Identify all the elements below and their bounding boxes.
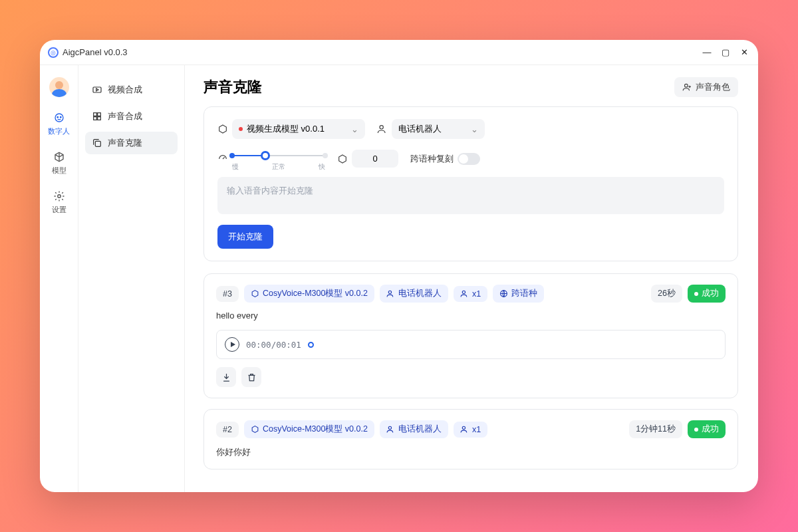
model-select-value: 视频生成模型 v0.0.1 <box>247 123 325 135</box>
svg-rect-6 <box>98 113 101 116</box>
chevron-down-icon: ⌄ <box>351 124 358 134</box>
close-button[interactable]: ✕ <box>739 47 749 57</box>
download-icon <box>221 372 231 382</box>
subnav-label: 声音克隆 <box>108 137 142 149</box>
voice-role-button[interactable]: 声音角色 <box>674 77 738 97</box>
svg-rect-8 <box>98 117 101 120</box>
nav-label: 数字人 <box>48 126 70 136</box>
cross-lang-label: 跨语种复刻 <box>410 153 454 165</box>
result-model-chip: CosyVoice-M300模型 v0.0.2 <box>244 420 374 438</box>
cube-icon <box>251 425 259 434</box>
head-button-label: 声音角色 <box>696 81 730 93</box>
nav-item-model[interactable]: 模型 <box>52 151 66 176</box>
cube-icon <box>337 154 348 164</box>
cube-icon <box>217 124 228 134</box>
video-icon <box>92 84 102 95</box>
page-header: 声音克隆 声音角色 <box>203 77 738 97</box>
person-icon <box>386 289 395 298</box>
svg-point-11 <box>380 126 383 129</box>
svg-point-0 <box>55 114 63 122</box>
result-extra-chip: 跨语种 <box>493 285 544 303</box>
svg-rect-4 <box>93 87 101 92</box>
seed-control <box>337 150 398 168</box>
subnav-video-synth[interactable]: 视频合成 <box>85 78 178 101</box>
result-voice-chip: 电话机器人 <box>380 285 448 303</box>
result-multiplier-chip: x1 <box>454 286 487 302</box>
result-model-chip: CosyVoice-M300模型 v0.0.2 <box>244 285 374 303</box>
player-time: 00:00/00:01 <box>246 340 301 350</box>
svg-point-2 <box>60 117 61 118</box>
play-button[interactable] <box>225 337 239 352</box>
nav-label: 设置 <box>52 205 66 215</box>
chevron-down-icon: ⌄ <box>471 124 478 134</box>
cross-lang-control: 跨语种复刻 <box>410 153 480 165</box>
subnav-label: 声音合成 <box>108 110 142 122</box>
svg-rect-9 <box>95 141 100 146</box>
result-id-chip: #3 <box>216 286 239 302</box>
window-controls: — ▢ ✕ <box>702 47 749 57</box>
delete-button[interactable] <box>241 367 261 387</box>
subnav-audio-synth[interactable]: 声音合成 <box>85 105 178 128</box>
svg-point-10 <box>685 84 688 87</box>
subnav-label: 视频合成 <box>108 84 142 96</box>
clone-icon <box>92 138 102 148</box>
person-plus-icon <box>682 82 692 92</box>
globe-icon <box>499 289 508 298</box>
user-avatar[interactable] <box>49 77 69 97</box>
titlebar: ◎ AigcPanel v0.0.3 — ▢ ✕ <box>40 40 758 65</box>
progress-handle[interactable] <box>308 342 314 348</box>
robot-icon <box>53 112 65 124</box>
result-text: 你好你好 <box>216 446 726 458</box>
cross-lang-toggle[interactable] <box>458 153 480 165</box>
nav-item-settings[interactable]: 设置 <box>52 190 66 215</box>
svg-point-12 <box>388 291 391 293</box>
subnav-voice-clone[interactable]: 声音克隆 <box>85 132 178 154</box>
cube-icon <box>251 289 259 298</box>
speed-control: 慢 正常 快 <box>217 150 325 168</box>
result-status-badge: 成功 <box>688 420 726 438</box>
minimize-button[interactable]: — <box>702 47 712 57</box>
nav-label: 模型 <box>52 166 66 176</box>
svg-point-15 <box>388 426 391 429</box>
nav-item-digital-human[interactable]: 数字人 <box>48 112 70 136</box>
result-voice-chip: 电话机器人 <box>380 420 448 438</box>
maximize-button[interactable]: ▢ <box>721 47 730 57</box>
audio-player: 00:00/00:01 <box>216 330 726 359</box>
app-logo-icon: ◎ <box>48 47 59 58</box>
app-window: ◎ AigcPanel v0.0.3 — ▢ ✕ 数字人 模型 设置 <box>40 40 758 492</box>
person-icon <box>460 289 469 298</box>
app-title: AigcPanel v0.0.3 <box>63 47 128 57</box>
svg-rect-7 <box>94 117 97 120</box>
model-select-control: 视频生成模型 v0.0.1 ⌄ <box>217 119 365 139</box>
seed-input[interactable] <box>352 150 398 168</box>
clone-text-input[interactable] <box>217 177 724 214</box>
main-content: 声音克隆 声音角色 视频生成模型 v0.0.1 ⌄ <box>185 65 758 492</box>
audio-icon <box>92 111 102 122</box>
person-icon <box>460 425 469 434</box>
svg-point-3 <box>57 195 61 198</box>
clone-form-panel: 视频生成模型 v0.0.1 ⌄ 电话机器人 ⌄ <box>203 106 738 261</box>
person-icon <box>386 425 395 434</box>
svg-point-1 <box>57 117 59 118</box>
voice-select[interactable]: 电话机器人 ⌄ <box>392 119 485 139</box>
result-duration: 1分钟11秒 <box>629 420 682 438</box>
voice-select-value: 电话机器人 <box>398 123 442 135</box>
result-card: #3 CosyVoice-M300模型 v0.0.2 电话机器人 x1 <box>203 273 738 398</box>
speed-icon <box>217 154 228 164</box>
person-icon <box>377 124 388 134</box>
model-select[interactable]: 视频生成模型 v0.0.1 ⌄ <box>232 119 365 139</box>
start-clone-button[interactable]: 开始克隆 <box>217 225 273 249</box>
download-button[interactable] <box>216 367 236 387</box>
result-text: hello every <box>216 311 726 321</box>
trash-icon <box>247 372 257 382</box>
slider-labels: 慢 正常 快 <box>232 162 325 172</box>
svg-point-13 <box>462 291 465 293</box>
primary-nav: 数字人 模型 设置 <box>40 65 78 492</box>
result-duration: 26秒 <box>651 285 682 303</box>
result-id-chip: #2 <box>216 422 239 438</box>
result-multiplier-chip: x1 <box>454 422 487 438</box>
speed-slider[interactable]: 慢 正常 快 <box>232 150 325 168</box>
cube-icon <box>53 151 65 163</box>
svg-point-16 <box>462 426 465 429</box>
status-dot-icon <box>239 127 243 131</box>
